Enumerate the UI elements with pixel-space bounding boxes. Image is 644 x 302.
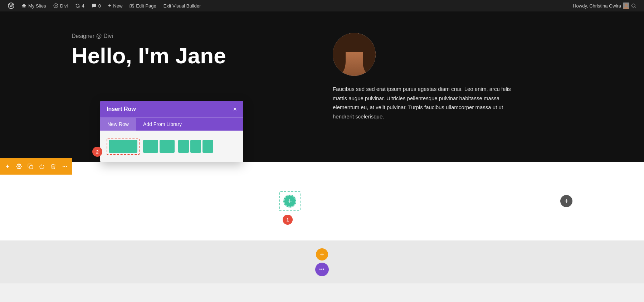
add-column-button[interactable]: + (560, 195, 572, 207)
page-content: Designer @ Divi Hello, I'm Jane Faucibus… (0, 11, 644, 283)
new-label: New (113, 3, 122, 9)
svg-point-3 (624, 7, 629, 9)
gray-section: + ••• (0, 240, 644, 283)
toolbar-add-icon[interactable] (4, 163, 11, 170)
wp-logo[interactable]: W (4, 0, 18, 11)
svg-point-10 (66, 166, 67, 167)
modal-close-button[interactable]: × (233, 106, 237, 112)
my-sites-link[interactable]: My Sites (18, 0, 50, 11)
edit-icon (130, 4, 134, 8)
modal-title: Insert Row (107, 106, 136, 112)
add-section-button[interactable]: + (316, 248, 328, 260)
user-info: Howdy, Christina Gwira (569, 3, 640, 9)
updates-count: 4 (82, 3, 84, 9)
add-row-dashed-border: + (279, 191, 301, 211)
hero-left: Designer @ Divi Hello, I'm Jane (72, 33, 311, 68)
divi-icon: D (53, 3, 58, 8)
new-link[interactable]: + New (104, 0, 126, 11)
insert-row-modal: Insert Row × New Row Add From Library (100, 101, 243, 162)
svg-point-8 (63, 166, 64, 167)
modal-tabs: New Row Add From Library (100, 117, 243, 131)
user-avatar[interactable] (623, 3, 629, 9)
svg-point-2 (625, 4, 628, 6)
new-icon: + (108, 3, 111, 9)
user-greeting: Howdy, Christina Gwira (573, 3, 621, 9)
toolbar-copy-icon[interactable] (27, 163, 34, 170)
hero-section: Designer @ Divi Hello, I'm Jane Faucibus… (0, 11, 644, 162)
row-toolbar (0, 158, 72, 175)
edit-page-link[interactable]: Edit Page (126, 0, 160, 11)
hero-description: Faucibus sed sed erat ipsum purus egesta… (333, 84, 512, 121)
home-icon (21, 3, 26, 8)
col-block-3b (190, 140, 201, 153)
toolbar-more-icon[interactable] (62, 163, 68, 170)
col-block-3a (178, 140, 189, 153)
avatar-hair-left (333, 44, 346, 74)
hero-right: Faucibus sed sed erat ipsum purus egesta… (311, 33, 572, 121)
wp-icon: W (8, 3, 14, 9)
svg-rect-6 (30, 166, 33, 169)
hero-title: Hello, I'm Jane (72, 44, 311, 68)
toolbar-trash-icon[interactable] (50, 163, 57, 170)
svg-point-4 (632, 4, 635, 7)
exit-visual-builder-link[interactable]: Exit Visual Builder (160, 0, 205, 11)
layout-2col[interactable] (143, 140, 175, 153)
col-block-2a (143, 140, 158, 153)
tab-add-from-library[interactable]: Add From Library (136, 118, 189, 131)
layout-3col[interactable] (178, 140, 213, 153)
col-block-1 (109, 140, 137, 153)
avatar-hair-right (363, 44, 376, 74)
tab-new-row[interactable]: New Row (100, 118, 136, 131)
layout-1col[interactable] (107, 138, 140, 155)
divi-link[interactable]: D Divi (50, 0, 72, 11)
col-block-2b (160, 140, 175, 153)
add-row-button[interactable]: + (283, 195, 296, 208)
modal-body (100, 131, 243, 162)
svg-point-9 (64, 166, 65, 167)
hero-avatar (333, 33, 376, 76)
bottom-buttons: + ••• (315, 248, 329, 276)
col-block-3c (203, 140, 213, 153)
add-row-dashed-container: + (279, 191, 301, 211)
comments-link[interactable]: 0 (88, 0, 104, 11)
admin-bar: W My Sites D Divi 4 0 + New Edit Page Ex… (0, 0, 644, 11)
white-section-inner: Insert Row × New Row Add From Library (0, 162, 644, 240)
comments-count: 0 (98, 3, 101, 9)
toolbar-settings-icon[interactable] (16, 163, 22, 170)
modal-header: Insert Row × (100, 101, 243, 117)
divi-label: Divi (60, 3, 68, 9)
comments-icon (92, 3, 97, 8)
svg-text:D: D (55, 5, 57, 7)
my-sites-label: My Sites (28, 3, 46, 9)
more-options-button[interactable]: ••• (315, 263, 329, 276)
updates-icon (75, 3, 80, 8)
updates-link[interactable]: 4 (72, 0, 88, 11)
edit-page-label: Edit Page (136, 3, 156, 9)
search-icon[interactable] (631, 3, 636, 8)
svg-point-5 (18, 166, 20, 167)
toolbar-power-icon[interactable] (39, 163, 45, 170)
white-section: Insert Row × New Row Add From Library (0, 162, 644, 240)
exit-vb-label: Exit Visual Builder (164, 3, 201, 9)
step-2-badge: 2 (92, 147, 102, 157)
avatar-face (333, 33, 376, 76)
hero-subtitle: Designer @ Divi (72, 33, 311, 39)
step-1-badge: 1 (283, 215, 293, 225)
